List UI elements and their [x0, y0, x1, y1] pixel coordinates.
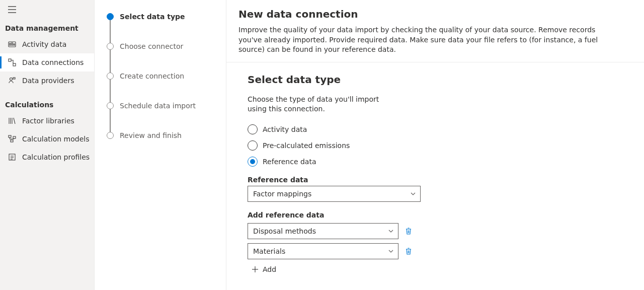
- step-marker-icon: [107, 13, 114, 20]
- add-reference-button[interactable]: Add: [248, 265, 632, 273]
- added-reference-dropdown[interactable]: Disposal methods: [248, 223, 398, 239]
- radio-pre-calculated-emissions[interactable]: Pre-calculated emissions: [248, 140, 632, 151]
- sidebar-item-label: Calculation models: [22, 135, 89, 143]
- svg-point-9: [10, 78, 13, 81]
- step-label: Create connection: [120, 72, 184, 80]
- step-label: Review and finish: [120, 131, 182, 139]
- step-schedule-data-import[interactable]: Schedule data import: [107, 102, 226, 132]
- radio-icon: [248, 140, 258, 151]
- svg-rect-12: [13, 136, 16, 138]
- svg-rect-8: [13, 63, 16, 66]
- sidebar-item-activity-data[interactable]: Activity data: [0, 35, 94, 53]
- sidebar-item-data-connections[interactable]: Data connections: [0, 53, 94, 71]
- main-header: New data connection Improve the quality …: [226, 0, 644, 62]
- step-label: Schedule data import: [120, 102, 196, 110]
- step-marker-icon: [107, 102, 114, 109]
- radio-activity-data[interactable]: Activity data: [248, 124, 632, 134]
- calculation-models-icon: [8, 135, 16, 143]
- stepper: Select data type Choose connector Create…: [95, 0, 226, 290]
- factor-libraries-icon: [8, 117, 16, 125]
- sidebar-section-header: Calculations: [0, 90, 94, 112]
- add-reference-data-label: Add reference data: [248, 211, 632, 219]
- step-marker-icon: [107, 72, 114, 80]
- added-reference-row: Materials: [248, 243, 632, 259]
- dropdown-value: Disposal methods: [253, 227, 316, 235]
- sidebar-item-factor-libraries[interactable]: Factor libraries: [0, 112, 94, 130]
- calculation-profiles-icon: [8, 153, 16, 161]
- added-reference-row: Disposal methods: [248, 223, 632, 239]
- svg-rect-5: [12, 43, 13, 45]
- section-title: Select data type: [248, 74, 632, 86]
- sidebar-item-label: Data connections: [22, 58, 84, 66]
- delete-row-button[interactable]: [405, 247, 413, 255]
- radio-label: Reference data: [263, 158, 316, 166]
- sidebar-item-label: Activity data: [22, 40, 66, 48]
- hamburger-menu-button[interactable]: [0, 5, 94, 13]
- added-reference-dropdown[interactable]: Materials: [248, 243, 398, 259]
- plus-icon: [252, 266, 259, 273]
- svg-rect-7: [9, 59, 11, 61]
- radio-icon: [248, 157, 258, 167]
- chevron-down-icon: [388, 248, 394, 254]
- step-marker-icon: [107, 43, 114, 50]
- radio-reference-data[interactable]: Reference data: [248, 157, 632, 167]
- svg-rect-11: [9, 135, 11, 137]
- step-marker-icon: [107, 132, 114, 139]
- radio-icon: [248, 124, 258, 134]
- data-connections-icon: [8, 58, 16, 66]
- trash-icon: [405, 247, 413, 255]
- hamburger-icon: [8, 6, 16, 13]
- reference-data-label: Reference data: [248, 176, 632, 184]
- sidebar-item-label: Calculation profiles: [22, 153, 90, 161]
- chevron-down-icon: [410, 191, 416, 197]
- main-panel: New data connection Improve the quality …: [226, 0, 644, 290]
- radio-label: Activity data: [263, 125, 307, 133]
- form-body: Select data type Choose the type of data…: [226, 62, 644, 285]
- data-providers-icon: [8, 77, 16, 85]
- activity-data-icon: [8, 40, 16, 48]
- add-button-label: Add: [263, 265, 276, 273]
- sidebar-item-calculation-profiles[interactable]: Calculation profiles: [0, 148, 94, 166]
- radio-label: Pre-calculated emissions: [263, 141, 350, 150]
- dropdown-value: Factor mappings: [253, 190, 311, 198]
- step-choose-connector[interactable]: Choose connector: [107, 43, 226, 72]
- reference-data-dropdown[interactable]: Factor mappings: [248, 186, 421, 202]
- step-review-and-finish[interactable]: Review and finish: [107, 132, 226, 140]
- step-select-data-type[interactable]: Select data type: [107, 13, 226, 43]
- dropdown-value: Materials: [253, 247, 285, 255]
- sidebar-item-label: Data providers: [22, 77, 74, 85]
- chevron-down-icon: [388, 228, 394, 234]
- sidebar: Data management Activity data Data conne…: [0, 0, 95, 290]
- svg-rect-6: [14, 44, 15, 45]
- delete-row-button[interactable]: [405, 227, 413, 235]
- svg-rect-13: [11, 140, 13, 142]
- step-label: Select data type: [120, 13, 185, 21]
- sidebar-section-header: Data management: [0, 13, 94, 35]
- sidebar-item-label: Factor libraries: [22, 117, 74, 125]
- sidebar-item-data-providers[interactable]: Data providers: [0, 71, 94, 90]
- trash-icon: [405, 227, 413, 235]
- svg-rect-4: [10, 43, 11, 45]
- section-hint: Choose the type of data you'll import us…: [248, 95, 398, 114]
- svg-rect-10: [13, 78, 15, 79]
- page-title: New data connection: [238, 8, 632, 20]
- page-description: Improve the quality of your data import …: [238, 25, 621, 55]
- step-label: Choose connector: [120, 42, 183, 50]
- step-create-connection[interactable]: Create connection: [107, 72, 226, 102]
- sidebar-item-calculation-models[interactable]: Calculation models: [0, 130, 94, 148]
